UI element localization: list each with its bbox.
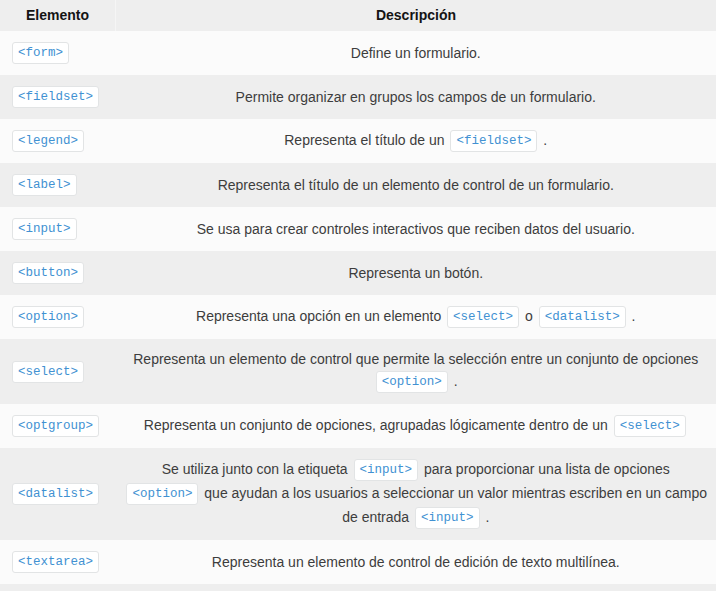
description-text: Se utiliza junto con la etiqueta [162, 461, 352, 477]
description-cell: Representa el título de un <fieldset> . [116, 119, 716, 163]
element-tag-code: <input> [12, 218, 77, 240]
description-text: para proporcionar una lista de opciones [420, 461, 670, 477]
description-cell: Define un formulario. [116, 31, 716, 75]
description-text: Representa el título de un [284, 132, 448, 148]
element-tag-code: <button> [12, 262, 84, 284]
column-header-elemento: Elemento [0, 0, 116, 31]
table-row: <input>Se usa para crear controles inter… [0, 207, 716, 251]
inline-tag-code: <option> [376, 371, 448, 393]
table-row: <output>Representa el resultado de un cá… [0, 584, 716, 591]
description-text: Representa un elemento de control que pe… [133, 351, 698, 367]
description-cell: Representa el título de un elemento de c… [116, 163, 716, 207]
table-row: <optgroup>Representa un conjunto de opci… [0, 404, 716, 448]
table-row: <fieldset>Permite organizar en grupos lo… [0, 75, 716, 119]
inline-tag-code: <select> [447, 306, 519, 328]
table-row: <button>Representa un botón. [0, 251, 716, 295]
element-cell: <output> [0, 584, 116, 591]
element-tag-code: <label> [12, 174, 77, 196]
table-row: <label>Representa el título de un elemen… [0, 163, 716, 207]
description-text: o [521, 308, 537, 324]
description-text: Representa el título de un elemento de c… [218, 177, 614, 193]
element-cell: <optgroup> [0, 404, 116, 448]
column-header-descripcion: Descripción [116, 0, 716, 31]
element-tag-code: <optgroup> [12, 415, 99, 437]
element-cell: <form> [0, 31, 116, 75]
element-cell: <label> [0, 163, 116, 207]
table-header-row: Elemento Descripción [0, 0, 716, 31]
description-cell: Se utiliza junto con la etiqueta <input>… [116, 448, 716, 540]
element-tag-code: <form> [12, 42, 69, 64]
table-row: <textarea>Representa un elemento de cont… [0, 540, 716, 584]
inline-tag-code: <select> [614, 415, 686, 437]
table-row: <select>Representa un elemento de contro… [0, 339, 716, 404]
description-cell: Representa un botón. [116, 251, 716, 295]
description-text: . [482, 509, 490, 525]
inline-tag-code: <input> [415, 507, 480, 529]
description-cell: Representa un elemento de control de edi… [116, 540, 716, 584]
description-text: Representa un botón. [348, 265, 483, 281]
description-text: . [450, 373, 458, 389]
element-cell: <textarea> [0, 540, 116, 584]
element-cell: <option> [0, 295, 116, 339]
description-cell: Representa el resultado de un cálculo. [116, 584, 716, 591]
description-cell: Representa una opción en un elemento <se… [116, 295, 716, 339]
inline-tag-code: <datalist> [539, 306, 626, 328]
description-cell: Permite organizar en grupos los campos d… [116, 75, 716, 119]
description-text: . [628, 308, 636, 324]
table-body: <form>Define un formulario.<fieldset>Per… [0, 31, 716, 591]
element-cell: <legend> [0, 119, 116, 163]
description-text: . [539, 132, 547, 148]
description-text: Se usa para crear controles interactivos… [197, 221, 635, 237]
table-row: <form>Define un formulario. [0, 31, 716, 75]
element-tag-code: <fieldset> [12, 86, 99, 108]
description-text: Permite organizar en grupos los campos d… [236, 89, 596, 105]
element-cell: <input> [0, 207, 116, 251]
element-cell: <fieldset> [0, 75, 116, 119]
table-header: Elemento Descripción [0, 0, 716, 31]
description-text: Define un formulario. [351, 45, 481, 61]
description-text: Representa una opción en un elemento [196, 308, 445, 324]
element-cell: <datalist> [0, 448, 116, 540]
element-cell: <button> [0, 251, 116, 295]
description-cell: Se usa para crear controles interactivos… [116, 207, 716, 251]
inline-tag-code: <fieldset> [450, 130, 537, 152]
description-cell: Representa un conjunto de opciones, agru… [116, 404, 716, 448]
element-tag-code: <option> [12, 306, 84, 328]
html-elements-table: Elemento Descripción <form>Define un for… [0, 0, 716, 591]
element-cell: <select> [0, 339, 116, 404]
element-tag-code: <datalist> [12, 483, 99, 505]
table-row: <datalist>Se utiliza junto con la etique… [0, 448, 716, 540]
inline-tag-code: <option> [126, 483, 198, 505]
description-text: Representa un conjunto de opciones, agru… [144, 417, 612, 433]
table-row: <option>Representa una opción en un elem… [0, 295, 716, 339]
element-tag-code: <legend> [12, 130, 84, 152]
description-cell: Representa un elemento de control que pe… [116, 339, 716, 404]
element-tag-code: <select> [12, 361, 84, 383]
inline-tag-code: <input> [354, 459, 419, 481]
element-tag-code: <textarea> [12, 551, 99, 573]
description-text: Representa un elemento de control de edi… [212, 554, 620, 570]
table-row: <legend>Representa el título de un <fiel… [0, 119, 716, 163]
